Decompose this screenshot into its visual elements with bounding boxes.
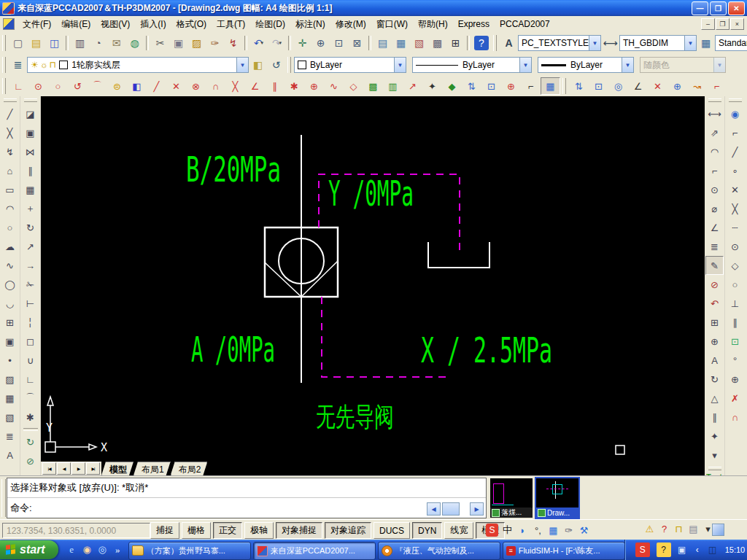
pccad-tool-14-icon[interactable]: ∥ (265, 77, 285, 95)
menu-window[interactable]: 窗口(W) (371, 16, 413, 33)
polygon-icon[interactable]: ⌂ (1, 161, 19, 180)
toggle-ortho[interactable]: 正交 (213, 522, 242, 539)
toolbar-grip[interactable] (562, 78, 566, 94)
chevron-down-icon[interactable]: ▼ (394, 58, 406, 72)
zoom-window-icon[interactable]: ⊡ (330, 34, 348, 52)
block-editor-icon[interactable]: ↯ (224, 34, 242, 52)
pccad-tool-17-icon[interactable]: ∿ (324, 77, 344, 95)
toggle-dyn[interactable]: DYN (412, 522, 442, 539)
menu-tools[interactable]: 工具(T) (212, 16, 250, 33)
snap-center-icon[interactable]: ⊙ (726, 237, 744, 256)
ellipse-arc-icon[interactable]: ◡ (1, 294, 19, 313)
pccad-tool-13-icon[interactable]: ∠ (245, 77, 265, 95)
toggle-snap[interactable]: 捕捉 (150, 522, 179, 539)
snap-perpendicular-icon[interactable]: ⊥ (726, 294, 744, 313)
tray-window-icon[interactable]: ▣ (676, 543, 689, 556)
table-style-combo[interactable]: Standard (715, 35, 747, 51)
dim-leader-icon[interactable]: ✎ (705, 256, 724, 275)
snap-node-icon[interactable]: ° (726, 351, 744, 370)
toolbar-grip[interactable] (2, 78, 6, 94)
snap-endpoint-icon[interactable]: ╱ (726, 142, 744, 161)
break-icon[interactable]: ◻ (21, 332, 39, 351)
explode-icon[interactable]: ✱ (21, 408, 39, 427)
circle-icon[interactable]: ○ (1, 218, 19, 237)
layer-on-icon[interactable]: ☀ (31, 60, 39, 70)
task-media[interactable]: 『液压、气动控制及... (378, 542, 500, 560)
pccad-tool-22-icon[interactable]: ✦ (422, 77, 442, 95)
text-style-combo[interactable]: PC_TEXTSTYLE▼ (518, 35, 601, 51)
tab-layout2[interactable]: 布局2 (171, 462, 208, 475)
color-combo[interactable]: ByLayer ▼ (294, 57, 406, 73)
pccad-tool-18-icon[interactable]: ◇ (344, 77, 363, 95)
layer-previous-icon[interactable]: ↺ (267, 56, 285, 74)
spline-icon[interactable]: ∿ (1, 256, 19, 275)
pccad-tool-12-icon[interactable]: ╳ (225, 77, 245, 95)
zoom-previous-icon[interactable]: ⊠ (348, 34, 366, 52)
array-icon[interactable]: ▦ (21, 180, 39, 199)
plot-preview-icon[interactable]: ◔ (89, 34, 107, 52)
plot-icon[interactable]: ▥ (71, 34, 89, 52)
tray-help-icon[interactable]: ? (658, 523, 670, 535)
tab-last-button[interactable]: ▶| (86, 462, 100, 475)
pccad-tool-6-icon[interactable]: ⊜ (107, 77, 127, 95)
make-block-icon[interactable]: ▣ (1, 332, 19, 351)
table-icon[interactable]: ≣ (1, 427, 19, 446)
dim-baseline-icon[interactable]: ⊞ (705, 313, 724, 332)
pccad-tool-26-icon[interactable]: ⊕ (501, 77, 521, 95)
chevron-down-icon[interactable]: ▼ (236, 58, 248, 72)
point-icon[interactable]: • (1, 351, 19, 370)
offset-icon[interactable]: ∥ (21, 161, 39, 180)
ime-tools-icon[interactable]: ⚒ (578, 524, 590, 537)
mdi-restore-button[interactable]: ❐ (716, 18, 729, 30)
pccad-tool-2-icon[interactable]: ⊙ (28, 77, 48, 95)
scroll-right-button[interactable]: ▶ (470, 502, 484, 516)
pccad-tool-35-icon[interactable]: ↝ (687, 77, 707, 95)
tray-chevron-icon[interactable]: ‹ (691, 543, 704, 556)
snap-magnet-icon[interactable]: ∩ (726, 408, 744, 427)
tab-model[interactable]: 模型 (101, 462, 133, 475)
arc-icon[interactable]: ◠ (1, 199, 19, 218)
lineweight-combo[interactable]: ByLayer ▼ (538, 57, 634, 73)
drawing[interactable]: Y X B/20MPa Y /0MPa A /0MPa X / 2.5MPa 无… (41, 96, 705, 475)
menu-format[interactable]: 格式(O) (171, 16, 212, 33)
command-window-grip[interactable] (1, 479, 6, 517)
dim-diameter-icon[interactable]: ⌀ (705, 199, 724, 218)
snap-quadrant-icon[interactable]: ◇ (726, 256, 744, 275)
toolbar-grip[interactable] (4, 98, 17, 102)
pccad-tool-33-icon[interactable]: ✕ (648, 77, 667, 95)
pccad-tool-32-icon[interactable]: ∠ (628, 77, 648, 95)
chevron-down-icon[interactable]: ▼ (519, 58, 531, 72)
pccad-tool-19-icon[interactable]: ▩ (363, 77, 383, 95)
pccad-tool-20-icon[interactable]: ▥ (383, 77, 403, 95)
dim-center-icon[interactable]: ↶ (705, 294, 724, 313)
markup-icon[interactable]: ▧ (410, 34, 428, 52)
ime-lang-icon[interactable]: 中 (501, 524, 514, 537)
pccad-tool-31-icon[interactable]: ◎ (608, 77, 628, 95)
snap-midpoint-icon[interactable]: ∘ (726, 161, 744, 180)
pccad-tool-1-icon[interactable]: ∟ (9, 77, 28, 95)
tab-layout1[interactable]: 布局1 (133, 462, 171, 475)
dim-ordinate-icon[interactable]: ⌐ (705, 161, 724, 180)
pccad-tool-24-icon[interactable]: ⇅ (462, 77, 481, 95)
dim-edit-icon[interactable]: △ (705, 389, 724, 408)
tab-first-button[interactable]: |◀ (42, 462, 56, 475)
pccad-tool-23-icon[interactable]: ◆ (442, 77, 462, 95)
new-icon[interactable]: ▢ (9, 34, 27, 52)
chevron-down-icon[interactable]: ▼ (622, 58, 633, 72)
drawing-thumbnail[interactable]: 落煤... (490, 478, 533, 518)
ime-punct-icon[interactable]: °, (532, 524, 544, 537)
join-icon[interactable]: ∪ (21, 351, 39, 370)
dim-more-icon[interactable]: ▾ (705, 446, 724, 464)
restore-button[interactable]: ❐ (710, 1, 727, 15)
mdi-close-button[interactable]: × (730, 18, 744, 30)
dim-continue-icon[interactable]: ⊕ (705, 332, 724, 351)
fillet-icon[interactable]: ⌒ (21, 389, 39, 408)
calculator-icon[interactable]: ⊞ (446, 34, 465, 52)
redo-icon[interactable]: ↷▾ (268, 34, 286, 52)
clean-screen-button[interactable] (712, 524, 724, 536)
layer-color-swatch[interactable] (59, 61, 68, 69)
save-icon[interactable]: ◫ (45, 34, 63, 52)
tab-next-button[interactable]: ▶ (71, 462, 85, 475)
tray-network-icon[interactable]: ◫ (706, 543, 719, 556)
rotate-icon[interactable]: ↻ (21, 218, 39, 237)
